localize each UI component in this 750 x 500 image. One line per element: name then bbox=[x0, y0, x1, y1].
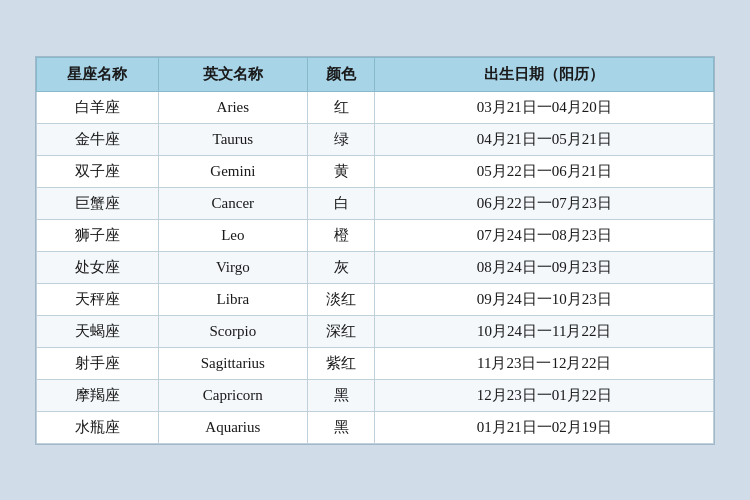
cell-date: 04月21日一05月21日 bbox=[375, 123, 714, 155]
cell-date: 12月23日一01月22日 bbox=[375, 379, 714, 411]
cell-color: 黑 bbox=[307, 379, 375, 411]
cell-color: 灰 bbox=[307, 251, 375, 283]
cell-date: 08月24日一09月23日 bbox=[375, 251, 714, 283]
zodiac-table: 星座名称 英文名称 颜色 出生日期（阳历） 白羊座Aries红03月21日一04… bbox=[36, 57, 714, 444]
cell-en-name: Taurus bbox=[158, 123, 307, 155]
cell-color: 深红 bbox=[307, 315, 375, 347]
cell-color: 绿 bbox=[307, 123, 375, 155]
cell-en-name: Scorpio bbox=[158, 315, 307, 347]
cell-color: 白 bbox=[307, 187, 375, 219]
cell-zh-name: 狮子座 bbox=[37, 219, 159, 251]
table-row: 处女座Virgo灰08月24日一09月23日 bbox=[37, 251, 714, 283]
cell-en-name: Gemini bbox=[158, 155, 307, 187]
table-row: 金牛座Taurus绿04月21日一05月21日 bbox=[37, 123, 714, 155]
cell-en-name: Capricorn bbox=[158, 379, 307, 411]
cell-date: 06月22日一07月23日 bbox=[375, 187, 714, 219]
cell-date: 10月24日一11月22日 bbox=[375, 315, 714, 347]
table-row: 巨蟹座Cancer白06月22日一07月23日 bbox=[37, 187, 714, 219]
table-row: 双子座Gemini黄05月22日一06月21日 bbox=[37, 155, 714, 187]
cell-date: 07月24日一08月23日 bbox=[375, 219, 714, 251]
cell-en-name: Cancer bbox=[158, 187, 307, 219]
cell-en-name: Virgo bbox=[158, 251, 307, 283]
table-row: 摩羯座Capricorn黑12月23日一01月22日 bbox=[37, 379, 714, 411]
zodiac-table-container: 星座名称 英文名称 颜色 出生日期（阳历） 白羊座Aries红03月21日一04… bbox=[35, 56, 715, 445]
cell-zh-name: 处女座 bbox=[37, 251, 159, 283]
table-header-row: 星座名称 英文名称 颜色 出生日期（阳历） bbox=[37, 57, 714, 91]
table-row: 狮子座Leo橙07月24日一08月23日 bbox=[37, 219, 714, 251]
cell-zh-name: 天秤座 bbox=[37, 283, 159, 315]
cell-color: 红 bbox=[307, 91, 375, 123]
cell-zh-name: 双子座 bbox=[37, 155, 159, 187]
cell-color: 黑 bbox=[307, 411, 375, 443]
cell-zh-name: 射手座 bbox=[37, 347, 159, 379]
cell-zh-name: 巨蟹座 bbox=[37, 187, 159, 219]
cell-color: 淡红 bbox=[307, 283, 375, 315]
cell-zh-name: 水瓶座 bbox=[37, 411, 159, 443]
table-row: 天蝎座Scorpio深红10月24日一11月22日 bbox=[37, 315, 714, 347]
cell-zh-name: 白羊座 bbox=[37, 91, 159, 123]
cell-en-name: Libra bbox=[158, 283, 307, 315]
table-row: 白羊座Aries红03月21日一04月20日 bbox=[37, 91, 714, 123]
header-en-name: 英文名称 bbox=[158, 57, 307, 91]
cell-zh-name: 摩羯座 bbox=[37, 379, 159, 411]
cell-color: 黄 bbox=[307, 155, 375, 187]
cell-zh-name: 天蝎座 bbox=[37, 315, 159, 347]
table-row: 水瓶座Aquarius黑01月21日一02月19日 bbox=[37, 411, 714, 443]
cell-date: 01月21日一02月19日 bbox=[375, 411, 714, 443]
cell-en-name: Aries bbox=[158, 91, 307, 123]
cell-color: 橙 bbox=[307, 219, 375, 251]
header-date: 出生日期（阳历） bbox=[375, 57, 714, 91]
header-zh-name: 星座名称 bbox=[37, 57, 159, 91]
cell-en-name: Sagittarius bbox=[158, 347, 307, 379]
cell-en-name: Aquarius bbox=[158, 411, 307, 443]
cell-zh-name: 金牛座 bbox=[37, 123, 159, 155]
cell-color: 紫红 bbox=[307, 347, 375, 379]
cell-date: 09月24日一10月23日 bbox=[375, 283, 714, 315]
cell-date: 05月22日一06月21日 bbox=[375, 155, 714, 187]
header-color: 颜色 bbox=[307, 57, 375, 91]
table-row: 射手座Sagittarius紫红11月23日一12月22日 bbox=[37, 347, 714, 379]
cell-date: 03月21日一04月20日 bbox=[375, 91, 714, 123]
table-body: 白羊座Aries红03月21日一04月20日金牛座Taurus绿04月21日一0… bbox=[37, 91, 714, 443]
cell-en-name: Leo bbox=[158, 219, 307, 251]
cell-date: 11月23日一12月22日 bbox=[375, 347, 714, 379]
table-row: 天秤座Libra淡红09月24日一10月23日 bbox=[37, 283, 714, 315]
